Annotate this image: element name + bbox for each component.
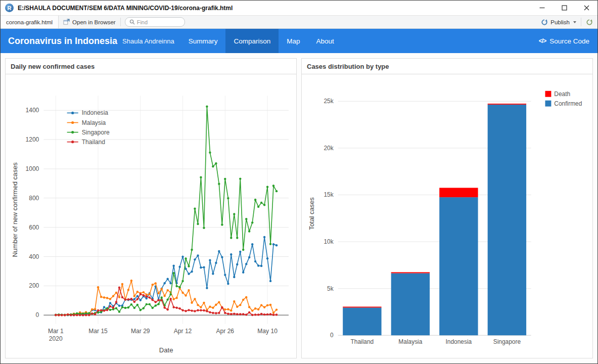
svg-text:Singapore: Singapore (82, 129, 110, 136)
file-tab[interactable]: corona-grafik.html (1, 16, 59, 28)
refresh-icon (586, 19, 593, 26)
find-input[interactable] (137, 19, 180, 25)
line-chart-container: 0200400600800100012001400Mar 12020Mar 15… (6, 74, 296, 358)
svg-text:Indonesia: Indonesia (82, 109, 109, 116)
svg-text:600: 600 (29, 224, 39, 231)
panel-daily-cases: Daily new confirmed cases 02004006008001… (5, 58, 297, 358)
rstudio-viewer-window: R E:/SHAULA DOCUMENT/SEM 6/DATA MINING/C… (0, 0, 598, 364)
svg-text:Total cases: Total cases (308, 197, 315, 230)
publish-icon (541, 19, 548, 26)
publish-label: Publish (550, 19, 570, 25)
viewer-toolbar: corona-grafik.html Open in Browser Publi… (1, 15, 597, 29)
svg-text:15k: 15k (324, 191, 333, 198)
minimize-icon (539, 5, 545, 11)
svg-text:Death: Death (554, 90, 570, 98)
caret-down-icon (573, 21, 576, 23)
svg-text:Confirmed: Confirmed (554, 100, 582, 107)
window-titlebar: R E:/SHAULA DOCUMENT/SEM 6/DATA MINING/C… (1, 1, 597, 15)
find-box (125, 17, 185, 27)
svg-text:Malaysia: Malaysia (82, 119, 106, 126)
svg-text:Mar 29: Mar 29 (131, 328, 150, 335)
open-in-browser-icon (63, 19, 70, 25)
app-author: Shaula Andreinna (122, 37, 174, 45)
svg-text:0: 0 (36, 311, 39, 318)
tab-map[interactable]: Map (279, 29, 308, 53)
svg-text:Number of new confirmed cases: Number of new confirmed cases (11, 162, 19, 257)
line-chart[interactable]: 0200400600800100012001400Mar 12020Mar 15… (7, 75, 295, 356)
close-button[interactable] (575, 1, 597, 15)
publish-button[interactable]: Publish (536, 16, 581, 28)
code-icon: </> (539, 37, 546, 44)
svg-text:200: 200 (29, 282, 39, 289)
tab-about[interactable]: About (308, 29, 342, 53)
panel-title-cases-distribution: Cases distribution by type (302, 59, 592, 74)
svg-text:Date: Date (159, 346, 173, 354)
svg-text:25k: 25k (324, 98, 333, 105)
svg-text:800: 800 (29, 195, 39, 202)
dashboard-content: Daily new confirmed cases 02004006008001… (1, 53, 597, 363)
close-icon (584, 5, 589, 11)
app-navbar: Coronavirus in Indonesia Shaula Andreinn… (1, 29, 597, 53)
svg-text:Singapore: Singapore (493, 338, 521, 345)
open-in-browser-label: Open in Browser (72, 19, 116, 25)
svg-text:Malaysia: Malaysia (398, 338, 422, 345)
svg-text:5k: 5k (327, 285, 334, 292)
bar-chart-container: 05k10k15k20k25kThailandMalaysiaIndonesia… (302, 74, 592, 358)
svg-text:0: 0 (330, 332, 334, 339)
minimize-button[interactable] (531, 1, 553, 15)
navbar-menu: Summary Comparison Map About (180, 29, 342, 53)
app-title: Coronavirus in Indonesia (1, 36, 122, 47)
panel-cases-distribution: Cases distribution by type 05k10k15k20k2… (301, 58, 593, 358)
svg-text:1000: 1000 (25, 165, 39, 172)
toolbar-separator (120, 18, 121, 26)
source-code-label: Source Code (549, 37, 589, 45)
svg-text:Mar 15: Mar 15 (88, 328, 108, 335)
app-icon-letter: R (8, 5, 12, 11)
svg-text:20k: 20k (324, 145, 333, 152)
svg-text:Thailand: Thailand (82, 139, 105, 146)
search-icon (129, 19, 135, 25)
panel-title-daily-cases: Daily new confirmed cases (6, 59, 296, 74)
tab-summary[interactable]: Summary (180, 29, 226, 53)
svg-text:1200: 1200 (25, 136, 39, 143)
tab-comparison[interactable]: Comparison (225, 29, 279, 53)
rstudio-app-icon: R (5, 4, 14, 12)
svg-text:400: 400 (29, 253, 39, 260)
svg-text:Apr 12: Apr 12 (174, 328, 192, 335)
bar-chart[interactable]: 05k10k15k20k25kThailandMalaysiaIndonesia… (303, 75, 591, 356)
maximize-icon (562, 5, 567, 11)
svg-text:10k: 10k (324, 238, 333, 245)
svg-text:Indonesia: Indonesia (446, 338, 472, 345)
open-in-browser-button[interactable]: Open in Browser (59, 16, 120, 28)
svg-text:Apr 26: Apr 26 (216, 328, 235, 335)
svg-text:Mar 12020: Mar 12020 (48, 328, 64, 342)
refresh-button[interactable] (581, 16, 597, 28)
window-title: E:/SHAULA DOCUMENT/SEM 6/DATA MINING/COV… (18, 5, 233, 12)
svg-text:1400: 1400 (25, 107, 39, 114)
svg-text:May 10: May 10 (257, 328, 278, 335)
svg-text:Thailand: Thailand (351, 338, 374, 345)
maximize-button[interactable] (553, 1, 575, 15)
file-tab-label: corona-grafik.html (6, 19, 53, 25)
source-code-link[interactable]: </> Source Code (531, 29, 597, 53)
window-controls (531, 1, 597, 15)
